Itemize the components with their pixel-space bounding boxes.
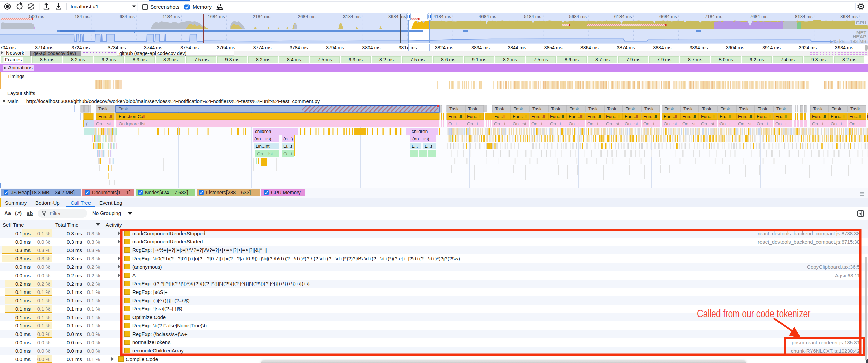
- svg-text:Called from our code tokenizer: Called from our code tokenizer: [697, 307, 810, 320]
